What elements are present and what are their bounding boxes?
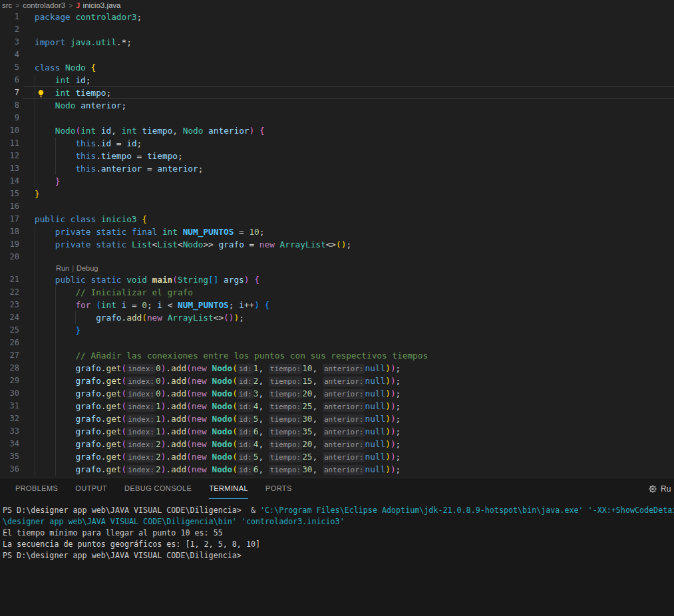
breadcrumb-item-file[interactable]: inicio3.java (83, 1, 121, 9)
code-line[interactable]: 18 private static final int NUM_PUNTOS =… (0, 226, 674, 238)
code-line[interactable]: 4 (0, 49, 674, 61)
line-number[interactable]: 10 (0, 124, 19, 137)
line-number[interactable]: 30 (0, 387, 19, 400)
line-number[interactable]: 4 (0, 49, 19, 61)
indent-guide (35, 387, 35, 400)
line-number[interactable]: 3 (0, 36, 19, 49)
breadcrumb-item-package[interactable]: controlador3 (23, 1, 65, 9)
code-line[interactable]: 12 this.tiempo = tiempo; (0, 150, 674, 162)
editor-pane[interactable]: src > controlador3 > J inicio3.java 1pac… (0, 0, 674, 478)
code-token: ( (186, 388, 192, 398)
code-line[interactable]: 35 grafo.get(index:2).add(new Nodo(id:5,… (0, 450, 674, 463)
line-number[interactable]: 24 (0, 311, 19, 324)
code-line[interactable]: 3import java.util.*; (0, 36, 674, 49)
line-number[interactable]: 5 (0, 61, 19, 74)
code-line[interactable]: 1package controlador3; (0, 11, 674, 23)
line-number[interactable]: 17 (0, 213, 19, 226)
panel-action-label[interactable]: Ru (661, 484, 671, 494)
line-number[interactable]: 26 (0, 337, 19, 349)
code-line[interactable]: 6 int id; (0, 74, 674, 86)
line-number[interactable]: 13 (0, 162, 19, 175)
code-line[interactable]: 30 grafo.get(index:0).add(new Nodo(id:3,… (0, 387, 674, 400)
line-number[interactable]: 16 (0, 200, 19, 213)
line-number[interactable]: 11 (0, 137, 19, 150)
lightbulb-icon[interactable] (37, 88, 45, 97)
code-line[interactable]: 11 this.id = id; (0, 137, 674, 150)
code-line[interactable]: 15} (0, 188, 674, 200)
codelens-run-link[interactable]: Run (56, 264, 69, 272)
line-number[interactable]: 20 (0, 251, 19, 263)
line-number[interactable]: 35 (0, 450, 19, 463)
code-token: , (258, 401, 268, 411)
line-number[interactable]: 8 (0, 99, 19, 112)
line-number[interactable]: 28 (0, 362, 19, 375)
inlay-hint: anterior: (323, 402, 365, 412)
code-line[interactable]: 36 grafo.get(index:2).add(new Nodo(id:6,… (0, 463, 674, 476)
line-number[interactable]: 27 (0, 349, 19, 362)
line-number[interactable]: 1 (0, 11, 19, 23)
code-line[interactable]: 5class Nodo { (0, 61, 674, 74)
line-number[interactable]: 32 (0, 412, 19, 425)
panel-tab-terminal[interactable]: TERMINAL (209, 478, 248, 499)
panel-tab-ports[interactable]: PORTS (265, 478, 292, 499)
panel-tab-problems[interactable]: PROBLEMS (15, 478, 58, 499)
code-line[interactable]: 34 grafo.get(index:2).add(new Nodo(id:4,… (0, 438, 674, 450)
line-number[interactable]: 29 (0, 375, 19, 387)
line-number[interactable]: 12 (0, 150, 19, 162)
code-line[interactable]: 27 // Añadir las conexiones entre los pu… (0, 349, 674, 362)
code-line[interactable]: 24 grafo.add(new ArrayList<>()); (0, 311, 674, 324)
code-line[interactable]: 25 } (0, 324, 674, 337)
line-number[interactable]: 22 (0, 286, 19, 299)
code-line[interactable]: 23 for (int i = 0; i < NUM_PUNTOS; i++) … (0, 299, 674, 311)
line-number[interactable]: 36 (0, 463, 19, 476)
code-token: . (101, 426, 106, 436)
code-line[interactable]: 8 Nodo anterior; (0, 99, 674, 112)
line-number[interactable]: 2 (0, 23, 19, 36)
code-token: . (101, 464, 106, 474)
code-line[interactable]: 28 grafo.get(index:0).add(new Nodo(id:1,… (0, 362, 674, 375)
code-area[interactable]: 1package controlador3;23import java.util… (0, 11, 674, 476)
code-line[interactable]: 20 (0, 251, 674, 263)
panel-tab-output[interactable]: OUTPUT (75, 478, 107, 499)
line-number[interactable]: 33 (0, 425, 19, 438)
code-line[interactable]: 16 (0, 200, 674, 213)
code-line[interactable]: 22 // Inicializar el grafo (0, 286, 674, 299)
breadcrumb-item-src[interactable]: src (2, 1, 12, 9)
line-number[interactable]: 18 (0, 226, 19, 238)
code-line[interactable]: 29 grafo.get(index:0).add(new Nodo(id:2,… (0, 375, 674, 387)
code-token: 20 (302, 439, 312, 449)
code-line[interactable]: 14 } (0, 175, 674, 188)
panel-tab-debug-console[interactable]: DEBUG CONSOLE (124, 478, 192, 499)
code-line[interactable]: 26 (0, 337, 674, 349)
indent-guide (55, 162, 56, 175)
code-line[interactable]: 7 int tiempo; (0, 86, 674, 99)
code-line[interactable]: 21 public static void main(String[] args… (0, 273, 674, 286)
line-number[interactable]: 6 (0, 74, 19, 86)
code-token: ) (391, 388, 396, 398)
line-number[interactable]: 15 (0, 188, 19, 200)
line-number[interactable]: 31 (0, 400, 19, 412)
line-number[interactable]: 14 (0, 175, 19, 188)
line-number[interactable]: 21 (0, 273, 19, 286)
code-token: ) (391, 452, 396, 462)
line-number[interactable]: 25 (0, 324, 19, 337)
code-token: add (171, 414, 186, 424)
line-number[interactable]: 23 (0, 299, 19, 311)
line-number[interactable]: 34 (0, 438, 19, 450)
code-line[interactable]: 19 private static List<List<Nodo>> grafo… (0, 238, 674, 251)
code-line[interactable]: 10 Nodo(int id, int tiempo, Nodo anterio… (0, 124, 674, 137)
code-line[interactable]: 31 grafo.get(index:1).add(new Nodo(id:4,… (0, 400, 674, 412)
code-token: 0 (156, 376, 161, 386)
code-line[interactable]: 32 grafo.get(index:1).add(new Nodo(id:5,… (0, 412, 674, 425)
code-line[interactable]: 17public class inicio3 { (0, 213, 674, 226)
code-line[interactable]: 13 this.anterior = anterior; (0, 162, 674, 175)
line-number[interactable]: 19 (0, 238, 19, 251)
gear-icon[interactable] (648, 484, 657, 494)
codelens-debug-link[interactable]: Debug (77, 264, 98, 272)
line-number[interactable]: 9 (0, 112, 19, 124)
code-line[interactable]: 2 (0, 23, 674, 36)
code-line[interactable]: 9 (0, 112, 674, 124)
line-number[interactable]: 7 (0, 86, 19, 99)
terminal[interactable]: PS D:\designer app web\JAVA VISUAL CODE\… (0, 499, 674, 561)
code-line[interactable]: 33 grafo.get(index:1).add(new Nodo(id:6,… (0, 425, 674, 438)
